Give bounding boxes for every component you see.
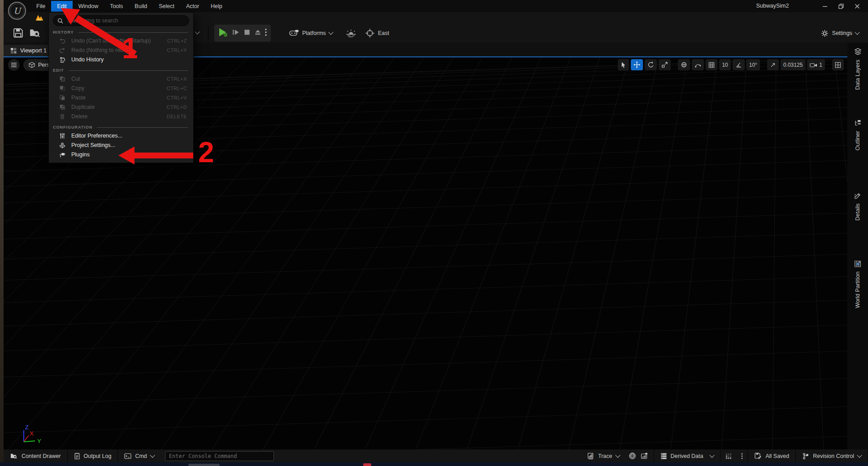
- grid-snap-value[interactable]: 10: [719, 59, 730, 70]
- environment-light-button[interactable]: [345, 25, 357, 42]
- frame-skip-button[interactable]: [231, 28, 240, 38]
- platforms-chevron-icon: [328, 30, 333, 35]
- platforms-dropdown[interactable]: Platforms: [289, 25, 333, 42]
- insights-button[interactable]: [626, 449, 639, 462]
- stop-button[interactable]: [243, 28, 251, 38]
- menu-search-box[interactable]: [53, 15, 189, 26]
- menu-help[interactable]: Help: [205, 1, 228, 12]
- viewport-options-button[interactable]: [8, 59, 20, 71]
- menu-window[interactable]: Window: [73, 1, 104, 12]
- tab-outliner[interactable]: Outliner: [847, 120, 868, 151]
- select-tool-button[interactable]: [618, 59, 629, 70]
- undo-history-icon: [59, 56, 66, 63]
- world-partition-icon: [854, 260, 861, 268]
- unreal-engine-logo-icon[interactable]: U: [7, 1, 27, 22]
- scale-tool-button[interactable]: [659, 59, 671, 70]
- camera-mode-label: Pers: [38, 62, 50, 68]
- taskbar-red-icon: [363, 463, 371, 466]
- trace-icon: [587, 453, 595, 459]
- move-tool-button[interactable]: [631, 59, 643, 70]
- desktop-background-sliver: [0, 0, 4, 466]
- redo-icon: [59, 47, 66, 53]
- menu-edit[interactable]: Edit: [51, 1, 73, 12]
- menu-item-undo-history[interactable]: Undo History: [49, 55, 193, 64]
- undo-icon: [59, 38, 66, 44]
- tab-details[interactable]: Details: [847, 192, 868, 220]
- delete-trash-icon: [59, 113, 66, 120]
- more-options-ellipsis[interactable]: [737, 449, 748, 462]
- resource-grid-icon: [725, 453, 732, 460]
- viewport-toolbar: 10 10° 0.03125: [618, 59, 844, 70]
- window-title: SubwaySim2: [734, 0, 811, 12]
- revision-control-icon: [802, 453, 809, 460]
- menu-item-project-settings[interactable]: Project Settings...: [49, 140, 193, 150]
- close-button[interactable]: [849, 0, 865, 12]
- settings-dropdown[interactable]: Settings: [820, 25, 859, 42]
- data-layers-icon: [854, 48, 862, 56]
- rotation-snap-value[interactable]: 10°: [746, 59, 760, 70]
- menu-item-plugins[interactable]: Plugins: [49, 150, 193, 159]
- toolbar-dropdown-chevron-icon[interactable]: [195, 29, 200, 34]
- derived-data-icon: [660, 453, 667, 460]
- cmd-dropdown[interactable]: Cmd: [118, 449, 160, 462]
- play-button[interactable]: [218, 27, 229, 39]
- axis-x-label: X: [30, 430, 34, 437]
- viewport-tab-icon: [11, 48, 17, 54]
- outliner-icon: [854, 120, 861, 127]
- grid-snap-toggle-button[interactable]: [706, 59, 717, 70]
- editor-window: U File Edit Window Tools Build Select Ac…: [4, 0, 868, 462]
- camera-speed-button[interactable]: 1: [807, 59, 825, 70]
- title-bar: U File Edit Window Tools Build Select Ac…: [4, 0, 868, 12]
- browse-content-button[interactable]: [28, 26, 42, 40]
- output-log-button[interactable]: Output Log: [68, 449, 118, 462]
- section-header-edit: EDIT: [53, 67, 188, 74]
- scale-snap-toggle-button[interactable]: [767, 59, 779, 70]
- status-bar: Content Drawer Output Log Cmd: [4, 449, 868, 462]
- rotation-snap-toggle-button[interactable]: [733, 59, 745, 70]
- ddc-grid-button[interactable]: [720, 449, 737, 462]
- snap-actors-button[interactable]: [692, 59, 704, 70]
- axis-y-label: Y: [37, 438, 41, 444]
- rotate-tool-button[interactable]: [645, 59, 657, 70]
- menu-search-input[interactable]: [66, 17, 185, 24]
- platforms-label: Platforms: [302, 30, 326, 36]
- tab-world-partition[interactable]: World Partition: [847, 260, 868, 308]
- derived-data-dropdown[interactable]: Derived Data: [654, 449, 721, 462]
- settings-chevron-icon: [855, 30, 859, 35]
- restore-button[interactable]: [833, 0, 849, 12]
- console-command-input[interactable]: [165, 451, 274, 461]
- play-options-ellipsis-icon[interactable]: [265, 28, 267, 39]
- revision-control-dropdown[interactable]: Revision Control: [796, 449, 868, 462]
- trace-dropdown[interactable]: Trace: [581, 449, 626, 462]
- menu-file[interactable]: File: [30, 1, 51, 12]
- eject-button[interactable]: [254, 28, 262, 38]
- world-space-toggle-button[interactable]: [678, 59, 690, 70]
- scale-snap-value[interactable]: 0.03125: [781, 59, 805, 70]
- cmd-chevron-icon: [150, 453, 155, 457]
- menu-item-editor-preferences[interactable]: Editor Preferences...: [49, 131, 193, 140]
- maximize-viewport-button[interactable]: [832, 59, 844, 70]
- menu-build[interactable]: Build: [129, 1, 153, 12]
- compass-group[interactable]: East: [365, 25, 389, 42]
- content-drawer-icon: [10, 453, 18, 459]
- minimize-button[interactable]: [817, 0, 833, 12]
- menu-actor[interactable]: Actor: [180, 1, 205, 12]
- output-log-icon: [74, 453, 80, 460]
- snapshot-button[interactable]: [639, 449, 654, 462]
- tab-data-layers[interactable]: Data Layers: [847, 48, 868, 90]
- menu-item-cut: Cut CTRL+X: [49, 74, 193, 83]
- save-all-button[interactable]: [11, 26, 25, 40]
- compass-heading-label: East: [378, 30, 389, 36]
- tab-viewport-1[interactable]: Viewport 1: [4, 45, 54, 56]
- menu-item-copy: Copy CTRL+C: [49, 83, 193, 93]
- all-saved-button[interactable]: All Saved: [748, 449, 796, 462]
- trace-chevron-icon: [615, 453, 620, 457]
- menu-select[interactable]: Select: [153, 1, 180, 12]
- cmd-terminal-icon: [124, 453, 131, 459]
- menu-item-duplicate: Duplicate CTRL+D: [49, 102, 193, 112]
- menu-tools[interactable]: Tools: [104, 1, 129, 12]
- flame-warning-icon[interactable]: [35, 14, 44, 23]
- status-bar-right: Trace: [581, 449, 868, 462]
- copy-icon: [59, 85, 66, 91]
- content-drawer-button[interactable]: Content Drawer: [4, 449, 68, 462]
